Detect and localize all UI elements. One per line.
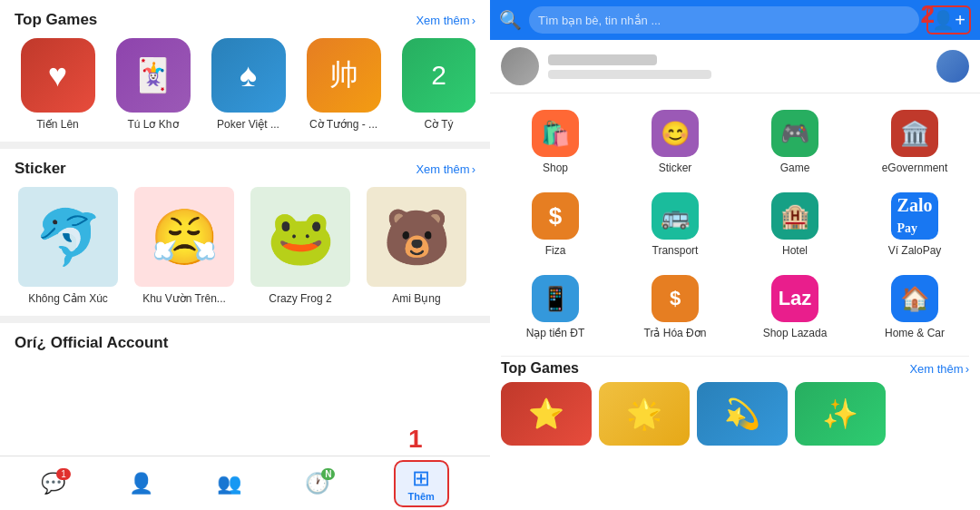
icon-egovernment[interactable]: 🏛️ eGovernment (857, 103, 973, 181)
icon-sticker[interactable]: 😊 Sticker (617, 103, 733, 181)
search-icon[interactable]: 🔍 (499, 9, 522, 31)
avatar (501, 47, 539, 85)
sticker-icon-circle: 😊 (652, 110, 699, 157)
sticker-img: 🐸 (250, 187, 350, 287)
right-games-row: ⭐ 🌟 💫 ✨ (501, 382, 969, 446)
game-label: Cờ Tướng - ... (309, 118, 377, 131)
egovernment-icon-circle: 🏛️ (891, 110, 938, 157)
icon-hotel[interactable]: 🏨 Hotel (737, 185, 853, 264)
sticker-img: 🐻 (367, 187, 466, 287)
right-panel: 🔍 Tìm bạn bè, tin nhắn ... 👤+ 2 🛍️ Shop (490, 0, 980, 510)
shop-label: Shop (543, 162, 568, 174)
nav-contact[interactable]: 👤 (129, 472, 153, 495)
top-games-title: Top Games (15, 11, 97, 29)
section-divider (0, 316, 490, 323)
list-item[interactable]: 🐻 Ami Bụng (363, 187, 470, 305)
chat-badge: 1 (56, 468, 71, 480)
bottom-nav: 💬 1 👤 👥 🕐 N ⊞ Thêm (0, 456, 490, 510)
hotel-icon-circle: 🏨 (771, 192, 818, 240)
homecar-label: Home & Car (885, 327, 945, 339)
list-item[interactable]: ♥ Tiến Lên (15, 38, 101, 131)
transport-icon-circle: 🚌 (652, 192, 699, 240)
zalopay-icon-circle: ZaloPay (891, 192, 938, 240)
official-account-title: Orí¿ Official Account (15, 334, 168, 352)
nav-chat[interactable]: 💬 1 (41, 472, 65, 495)
top-games-see-more[interactable]: Xem thêm › (416, 14, 475, 27)
group-icon: 👥 (217, 472, 241, 495)
transport-label: Transport (652, 244, 699, 257)
annotation-1: 1 (408, 425, 423, 454)
icon-homecar[interactable]: 🏠 Home & Car (857, 268, 973, 347)
lazada-icon-circle: Laz (771, 275, 818, 322)
top-games-section: Top Games Xem thêm › ♥ Tiến Lên 🃏 Tú Lơ … (0, 0, 490, 142)
search-placeholder: Tìm bạn bè, tin nhắn ... (538, 14, 661, 27)
list-item[interactable]: ⭐ (501, 382, 592, 446)
sticker-row: 🐬 Không Cảm Xúc 😤 Khu Vườn Trên... 🐸 Cra… (15, 187, 475, 316)
icon-lazada[interactable]: Laz Shop Lazada (737, 268, 853, 347)
icon-shop[interactable]: 🛍️ Shop (497, 103, 613, 181)
section-divider (0, 142, 490, 149)
list-item[interactable]: ✨ (795, 382, 886, 446)
naptiendt-label: Nạp tiền ĐT (526, 327, 585, 339)
search-bar[interactable]: Tìm bạn bè, tin nhắn ... (529, 6, 919, 34)
game-label: Game (780, 162, 810, 174)
chat-msg-blur (548, 70, 711, 79)
list-item[interactable]: 🌟 (599, 382, 690, 446)
icon-grid: 🛍️ Shop 😊 Sticker 🎮 Game 🏛️ eGovernment (490, 93, 980, 356)
shop-icon-circle: 🛍️ (532, 110, 579, 157)
list-item[interactable]: 🐸 Crazy Frog 2 (247, 187, 354, 305)
nav-group[interactable]: 👥 (217, 472, 241, 495)
list-item[interactable]: ♠ Poker Việt ... (205, 38, 291, 131)
left-panel: Top Games Xem thêm › ♥ Tiến Lên 🃏 Tú Lơ … (0, 0, 490, 510)
lazada-label: Shop Lazada (763, 327, 828, 339)
sticker-section: Sticker Xem thêm › 🐬 Không Cảm Xúc 😤 Khu… (0, 149, 490, 316)
right-top-games-title: Top Games (501, 360, 579, 377)
trahoadon-label: Trả Hóa Đơn (644, 327, 707, 339)
fiza-label: Fiza (545, 244, 566, 257)
homecar-icon-circle: 🏠 (891, 275, 938, 322)
sticker-img: 😤 (134, 187, 234, 287)
official-account-section: Orí¿ Official Account (0, 323, 490, 361)
annotation-2: 2 (920, 0, 935, 29)
naptiendt-icon-circle: 📱 (532, 275, 579, 322)
chat-preview[interactable] (490, 40, 980, 93)
chat-info (548, 54, 927, 79)
list-item[interactable]: 😤 Khu Vườn Trên... (131, 187, 238, 305)
sticker-label: Sticker (659, 162, 692, 174)
game-icon-circle: 🎮 (771, 110, 818, 157)
game-label: Cờ Tý (424, 118, 453, 131)
zalopay-label: Ví ZaloPay (888, 244, 942, 257)
icon-fiza[interactable]: $ Fiza (497, 185, 613, 264)
game-icon-tienlen: ♥ (21, 38, 95, 113)
hotel-label: Hotel (782, 244, 808, 257)
right-top-games-section: Top Games Xem thêm › ⭐ 🌟 💫 ✨ (490, 356, 980, 510)
list-item[interactable]: 🐬 Không Cảm Xúc (15, 187, 122, 305)
icon-naptiendt[interactable]: 📱 Nạp tiền ĐT (497, 268, 613, 347)
game-icon-tuloKho: 🃏 (116, 38, 191, 113)
game-label: Tiến Lên (36, 118, 79, 131)
fiza-icon-circle: $ (532, 192, 579, 240)
list-item[interactable]: 🃏 Tú Lơ Khơ (110, 38, 196, 131)
add-friend-icon: 👤+ (932, 10, 965, 30)
icon-game[interactable]: 🎮 Game (737, 103, 853, 181)
contact-icon: 👤 (129, 472, 153, 495)
sticker-label: Không Cảm Xúc (28, 292, 108, 305)
sticker-label: Ami Bụng (392, 292, 440, 305)
nav-timeline[interactable]: 🕐 N (305, 472, 329, 495)
list-item[interactable]: 2 Cờ Tý (396, 38, 475, 131)
avatar-right (936, 50, 969, 83)
chat-name-blur (548, 54, 657, 65)
icon-trahoadon[interactable]: $ Trả Hóa Đơn (617, 268, 733, 347)
nav-more-label: Thêm (408, 491, 435, 502)
nav-more[interactable]: ⊞ Thêm (394, 460, 449, 507)
game-label: Tú Lơ Khơ (127, 118, 178, 131)
sticker-see-more[interactable]: Xem thêm › (416, 162, 475, 176)
game-icon-coty: 2 (402, 38, 476, 113)
timeline-badge: N (321, 468, 335, 480)
list-item[interactable]: 帅 Cờ Tướng - ... (300, 38, 387, 131)
list-item[interactable]: 💫 (697, 382, 788, 446)
right-header: 🔍 Tìm bạn bè, tin nhắn ... 👤+ 2 (490, 0, 980, 40)
icon-transport[interactable]: 🚌 Transport (617, 185, 733, 264)
right-top-games-see-more[interactable]: Xem thêm › (909, 362, 969, 376)
icon-zalopay[interactable]: ZaloPay Ví ZaloPay (857, 185, 973, 264)
